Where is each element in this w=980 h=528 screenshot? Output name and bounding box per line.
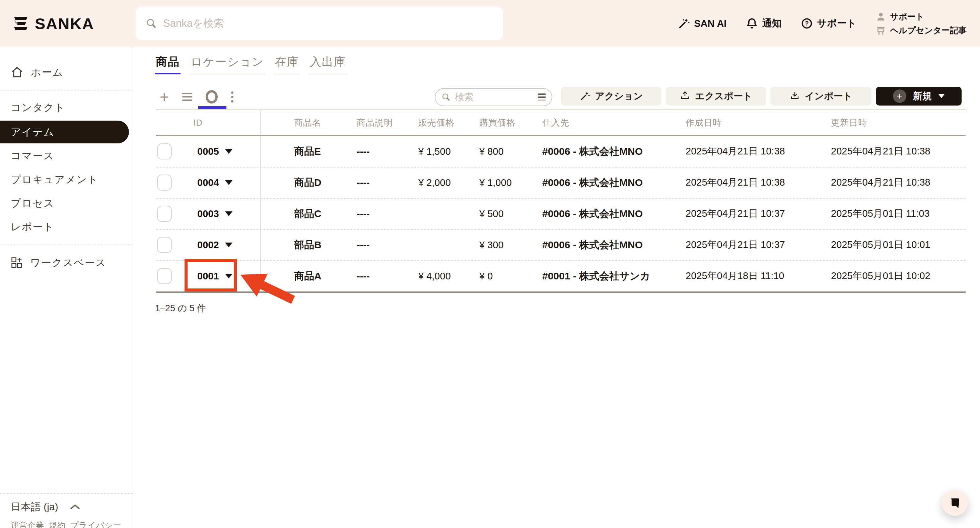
tab-inout[interactable]: 入出庫 — [309, 54, 347, 74]
chat-bubble-icon — [949, 497, 961, 509]
table-search-input[interactable] — [455, 92, 534, 102]
circle-view-icon[interactable] — [206, 90, 218, 104]
help-circle-icon: ? — [801, 18, 813, 29]
row-id: 0002 — [197, 239, 219, 250]
sidebar-item-label: プロキュアメント — [11, 173, 99, 187]
export-button[interactable]: エクスポート — [666, 87, 766, 105]
cell-desc: ---- — [357, 198, 370, 229]
cell-buy: ¥ 300 — [479, 230, 504, 260]
app-header: SANKA SAN AI 通知 — [0, 0, 980, 47]
import-button[interactable]: インポート — [770, 87, 872, 105]
cell-buy: ¥ 800 — [479, 136, 504, 167]
export-label: エクスポート — [695, 90, 752, 102]
chat-widget-button[interactable] — [942, 490, 968, 516]
new-label: 新規 — [913, 90, 932, 102]
cell-created: 2025年04月21日 10:38 — [686, 136, 785, 167]
dropdown-triangle-icon — [225, 242, 232, 247]
row-id: 0005 — [197, 146, 219, 157]
language-selector[interactable]: 日本語 (ja) — [11, 499, 80, 515]
row-checkbox[interactable] — [157, 144, 172, 160]
account-menu[interactable]: サポート ヘルプセンター記事 — [876, 11, 967, 36]
sidebar-item-label: コンタクト — [11, 101, 66, 115]
global-search-input[interactable] — [163, 18, 493, 29]
chevron-down-icon — [939, 94, 945, 98]
row-id-dropdown[interactable]: 0005 — [197, 136, 232, 167]
sidebar-item-commerce[interactable]: コマース — [11, 146, 54, 166]
row-checkbox[interactable] — [157, 206, 172, 222]
sidebar-item-process[interactable]: プロセス — [11, 193, 55, 214]
sidebar-item-items[interactable]: アイテム — [0, 121, 129, 144]
support-button[interactable]: ? サポート — [801, 17, 856, 30]
row-checkbox[interactable] — [157, 268, 172, 284]
sidebar-item-home[interactable]: ホーム — [11, 62, 63, 82]
cell-supplier: #0001 - 株式会社サンカ — [542, 261, 650, 292]
sidebar-item-procurement[interactable]: プロキュアメント — [11, 169, 99, 190]
global-search[interactable] — [136, 7, 503, 40]
cell-buy: ¥ 1,000 — [479, 167, 512, 198]
account-line1-label: サポート — [890, 11, 924, 22]
tab-inventory[interactable]: 在庫 — [274, 54, 300, 74]
language-label: 日本語 (ja) — [11, 500, 58, 514]
company-link[interactable]: 運営企業 — [11, 520, 44, 528]
active-view-indicator — [198, 106, 226, 109]
cell-created: 2025年04月21日 10:38 — [686, 167, 785, 198]
col-header-updated: 更新日時 — [831, 110, 867, 135]
row-id: 0004 — [197, 177, 219, 188]
cell-created: 2025年04月18日 11:10 — [686, 261, 784, 292]
row-checkbox[interactable] — [157, 237, 172, 253]
list-view-icon[interactable] — [182, 93, 192, 101]
cell-name: 商品E — [294, 136, 321, 167]
col-header-supplier: 仕入先 — [542, 110, 570, 135]
row-id-dropdown[interactable]: 0002 — [197, 230, 232, 260]
sidebar-item-label: ワークスペース — [30, 256, 107, 270]
privacy-link[interactable]: プライバシー — [70, 520, 122, 528]
wand-icon — [678, 18, 690, 29]
terms-link[interactable]: 規約 — [49, 520, 66, 528]
cell-sale: ¥ 1,500 — [418, 136, 451, 167]
dropdown-triangle-icon — [225, 180, 232, 185]
download-icon — [789, 91, 800, 102]
annotation-arrow-icon — [234, 265, 311, 315]
actions-button[interactable]: アクション — [561, 87, 662, 105]
col-header-saleprice: 販売価格 — [418, 110, 455, 135]
col-header-id: ID — [193, 110, 203, 135]
new-button[interactable]: + 新規 — [876, 87, 962, 105]
cell-name: 部品C — [294, 198, 321, 229]
row-id: 0003 — [197, 208, 219, 219]
cell-desc: ---- — [357, 136, 370, 167]
svg-text:?: ? — [805, 20, 809, 27]
sidebar-item-workspace[interactable]: ワークスペース — [11, 253, 107, 273]
row-checkbox[interactable] — [157, 175, 172, 191]
sidebar-divider — [0, 493, 133, 494]
bell-icon — [746, 18, 758, 29]
cell-created: 2025年04月21日 10:37 — [686, 198, 785, 229]
san-ai-label: SAN AI — [694, 18, 727, 29]
sidebar-item-reports[interactable]: レポート — [11, 217, 54, 237]
notifications-label: 通知 — [762, 17, 781, 30]
account-helpcenter-line: ヘルプセンター記事 — [876, 25, 967, 36]
wand-icon — [579, 91, 590, 102]
search-icon — [441, 93, 451, 102]
table-search[interactable] — [435, 88, 552, 106]
sidebar-item-label: ホーム — [31, 65, 63, 80]
filter-icon[interactable] — [538, 94, 546, 101]
view-options-icon[interactable] — [231, 91, 234, 102]
tab-locations[interactable]: ロケーション — [190, 54, 265, 74]
dropdown-triangle-icon — [225, 149, 232, 154]
add-view-button[interactable]: + — [160, 90, 169, 104]
actions-label: アクション — [595, 90, 643, 102]
notifications-button[interactable]: 通知 — [746, 17, 781, 30]
sidebar-item-label: プロセス — [11, 197, 55, 211]
row-id-dropdown[interactable]: 0004 — [197, 167, 232, 198]
tab-products[interactable]: 商品 — [155, 54, 181, 74]
col-header-created: 作成日時 — [686, 110, 722, 135]
sanka-logo-icon — [12, 15, 29, 32]
sidebar-divider — [0, 244, 133, 245]
cell-updated: 2025年05月01日 11:03 — [831, 198, 930, 229]
cell-supplier: #0006 - 株式会社MNO — [542, 230, 643, 260]
sidebar-item-contacts[interactable]: コンタクト — [11, 97, 66, 118]
header-actions: SAN AI 通知 ? サポート サポート — [678, 0, 967, 47]
table-header-row: ID 商品名 商品説明 販売価格 購買価格 仕入先 作成日時 更新日時 — [156, 110, 966, 135]
row-id-dropdown[interactable]: 0003 — [197, 198, 232, 229]
san-ai-button[interactable]: SAN AI — [678, 18, 727, 29]
